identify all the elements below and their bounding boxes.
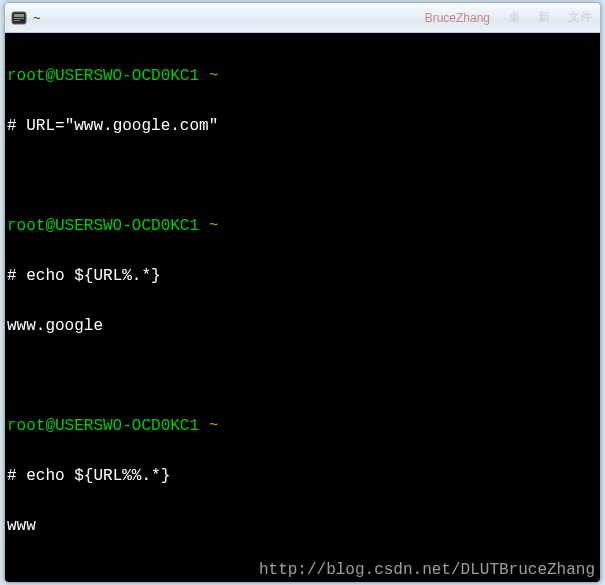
svg-rect-2 — [14, 18, 24, 19]
command-output: www.google — [7, 317, 103, 335]
command-output: www — [7, 517, 36, 535]
svg-rect-1 — [14, 14, 24, 17]
titlebar-faded-3: 文件 — [568, 9, 592, 26]
prompt-host: root@USERSWO-OCD0KC1 — [7, 67, 199, 85]
terminal-window: ~ BruceZhang 桌 新 文件 root@USERSWO-OCD0KC1… — [4, 2, 601, 583]
command-line: echo ${URL%.*} — [26, 267, 160, 285]
prompt-tilde: ~ — [209, 67, 219, 85]
command-line: URL="www.google.com" — [26, 117, 218, 135]
prompt-hash: # — [7, 117, 17, 135]
titlebar-faded-2: 新 — [538, 9, 550, 26]
titlebar-faded-1: 桌 — [508, 9, 520, 26]
prompt-hash: # — [7, 267, 17, 285]
command-line: echo ${URL%%.*} — [26, 467, 170, 485]
prompt-host: root@USERSWO-OCD0KC1 — [7, 217, 199, 235]
titlebar-user: BruceZhang — [425, 11, 490, 25]
terminal-area[interactable]: root@USERSWO-OCD0KC1 ~ # URL="www.google… — [5, 33, 600, 582]
app-icon — [11, 10, 27, 26]
svg-rect-3 — [14, 20, 20, 21]
prompt-tilde: ~ — [209, 417, 219, 435]
titlebar[interactable]: ~ BruceZhang 桌 新 文件 — [5, 3, 600, 33]
prompt-host: root@USERSWO-OCD0KC1 — [7, 417, 199, 435]
prompt-tilde: ~ — [209, 217, 219, 235]
prompt-hash: # — [7, 467, 17, 485]
titlebar-right: BruceZhang 桌 新 文件 — [425, 3, 592, 32]
window-title: ~ — [33, 10, 41, 25]
